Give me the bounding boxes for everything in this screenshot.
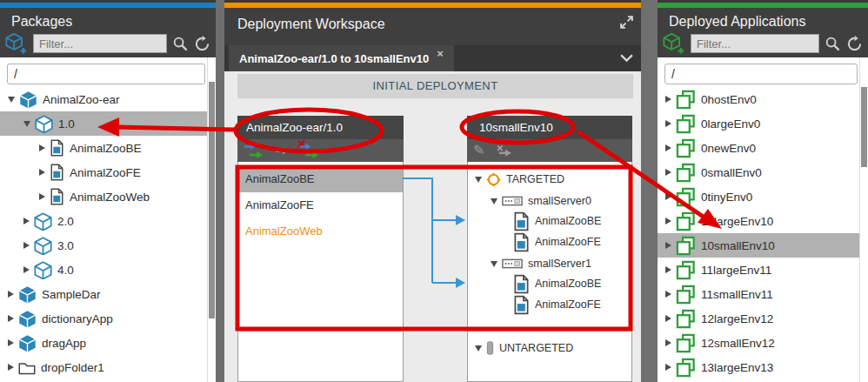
expander-right-icon[interactable]: [665, 266, 671, 273]
package-cube-outline-icon: [34, 237, 52, 255]
expander-right-icon[interactable]: [665, 169, 671, 176]
expander-right-icon[interactable]: [665, 120, 671, 127]
packages-scrollbar-thumb[interactable]: [209, 82, 215, 318]
expander-right-icon[interactable]: [665, 364, 671, 371]
target-item-smallserver0[interactable]: smallServer0: [491, 191, 591, 211]
env-item-label: 0smallEnv0: [701, 166, 762, 179]
tree-item-animalzoobe[interactable]: AnimalZooBE: [0, 136, 216, 160]
tree-item-version-1-0[interactable]: 1.0: [0, 111, 216, 136]
expander-right-icon[interactable]: [23, 242, 30, 249]
tree-item-animalzooweb[interactable]: AnimalZooWeb: [0, 184, 216, 209]
unmap-icon[interactable]: [495, 144, 513, 157]
tree-item-sampledar[interactable]: SampleDar: [0, 282, 215, 306]
expander-right-icon[interactable]: [39, 193, 45, 200]
tree-item-dropfolder1[interactable]: dropFolder1: [0, 355, 215, 379]
expander-right-icon[interactable]: [665, 315, 671, 322]
environment-icon: [676, 236, 696, 256]
tab-deployment[interactable]: AnimalZoo-ear/1.0 to 10smallEnv10 ×: [229, 45, 454, 71]
folder-icon: [18, 360, 36, 375]
deployed-applications-panel: Deployed Applications 0hostEnv0 0largeEn…: [658, 0, 868, 382]
target-group-targeted[interactable]: TARGETED: [475, 169, 564, 190]
expander-right-icon[interactable]: [665, 291, 671, 298]
tree-item-animalzoofe[interactable]: AnimalZooFE: [0, 160, 216, 184]
tree-item-dictionaryapp[interactable]: dictionaryApp: [0, 306, 215, 331]
source-item-animalzooweb[interactable]: AnimalZooWeb: [238, 218, 403, 245]
tree-item-version-4-0[interactable]: 4.0: [0, 258, 216, 282]
packages-filter-input[interactable]: [33, 34, 167, 53]
expander-right-icon[interactable]: [665, 218, 671, 225]
tree-item-animalzoo-ear[interactable]: AnimalZoo-ear: [0, 87, 215, 111]
search-icon[interactable]: [172, 36, 189, 52]
workspace-header: Deployment Workspace: [224, 8, 641, 45]
env-item-0smallenv0[interactable]: 0smallEnv0: [658, 160, 867, 184]
packages-content: AnimalZoo-ear 1.0 AnimalZooBE AnimalZooF…: [0, 57, 216, 382]
packages-scrollbar[interactable]: [207, 57, 216, 382]
expander-right-icon[interactable]: [665, 96, 671, 103]
env-item-10smallenv10[interactable]: 10smallEnv10: [658, 233, 867, 258]
expander-right-icon[interactable]: [8, 291, 14, 298]
expander-down-icon[interactable]: [491, 198, 497, 204]
initial-deployment-button[interactable]: INITIAL DEPLOYMENT: [237, 74, 633, 98]
deployed-filter-input[interactable]: [691, 34, 819, 53]
refresh-icon[interactable]: [846, 36, 863, 52]
expander-right-icon[interactable]: [665, 144, 671, 151]
expander-down-icon[interactable]: [23, 121, 30, 127]
chevron-down-icon[interactable]: [619, 53, 634, 63]
deploy-selected-icon[interactable]: [275, 146, 289, 156]
deployed-scrollbar-thumb[interactable]: [861, 87, 867, 167]
environment-icon: [676, 90, 696, 110]
target-item-animalzoofe-0[interactable]: AnimalZooFE: [513, 231, 601, 252]
expander-right-icon[interactable]: [665, 242, 671, 249]
env-item-0tinyenv0[interactable]: 0tinyEnv0: [658, 184, 867, 209]
expander-right-icon[interactable]: [23, 218, 30, 225]
expander-right-icon[interactable]: [39, 169, 45, 176]
env-item-0hostenv0[interactable]: 0hostEnv0: [658, 87, 867, 111]
tree-item-version-3-0[interactable]: 3.0: [0, 233, 216, 258]
env-item-0newenv0[interactable]: 0newEnv0: [658, 136, 867, 160]
env-item-11smallenv11[interactable]: 11smallEnv11: [658, 282, 867, 306]
expander-right-icon[interactable]: [665, 193, 671, 200]
deployed-scrollbar[interactable]: [859, 57, 868, 382]
tree-item-label: AnimalZooWeb: [70, 191, 150, 204]
deployed-breadcrumb-input[interactable]: [664, 64, 858, 84]
add-deployment-icon[interactable]: [663, 32, 685, 55]
expander-down-icon[interactable]: [491, 261, 497, 267]
expander-down-icon[interactable]: [475, 345, 482, 352]
env-item-13largeenv13[interactable]: 13largeEnv13: [658, 355, 867, 379]
expander-right-icon[interactable]: [8, 339, 14, 346]
target-item-label: AnimalZooFE: [535, 298, 601, 311]
expander-right-icon[interactable]: [8, 364, 14, 371]
close-tab-icon[interactable]: ×: [437, 48, 444, 59]
edit-icon[interactable]: ✎: [473, 144, 484, 157]
tree-item-version-2-0[interactable]: 2.0: [0, 209, 216, 233]
target-item-animalzoofe-1[interactable]: AnimalZooFE: [513, 294, 601, 315]
add-package-icon[interactable]: [5, 32, 28, 55]
source-item-animalzoofe[interactable]: AnimalZooFE: [238, 192, 403, 218]
expand-panel-icon[interactable]: [619, 15, 634, 30]
env-item-0largeenv0[interactable]: 0largeEnv0: [658, 111, 867, 136]
expander-down-icon[interactable]: [8, 97, 15, 103]
force-deploy-icon[interactable]: [299, 143, 320, 159]
env-item-10largeenv10[interactable]: 10largeEnv10: [658, 209, 867, 233]
target-item-smallserver1[interactable]: smallServer1: [491, 253, 591, 274]
package-cube-filled-icon: [18, 310, 37, 328]
target-item-animalzoobe-0[interactable]: AnimalZooBE: [513, 211, 601, 231]
refresh-icon[interactable]: [194, 36, 210, 52]
expander-down-icon[interactable]: [475, 177, 482, 183]
tree-item-dragapp[interactable]: dragApp: [0, 331, 215, 355]
expander-right-icon[interactable]: [39, 144, 45, 151]
packages-breadcrumb-input[interactable]: [7, 64, 205, 84]
expander-right-icon[interactable]: [23, 266, 30, 273]
env-item-12largeenv12[interactable]: 12largeEnv12: [658, 306, 867, 331]
deploy-all-icon[interactable]: [244, 143, 264, 159]
search-icon[interactable]: [825, 36, 841, 52]
env-item-11largeenv11[interactable]: 11largeEnv11: [658, 258, 867, 282]
target-item-animalzoobe-1[interactable]: AnimalZooBE: [513, 273, 601, 294]
env-item-12smallenv12[interactable]: 12smallEnv12: [658, 331, 867, 355]
target-group-untargeted[interactable]: UNTARGETED: [475, 338, 573, 359]
workspace-content: INITIAL DEPLOYMENT AnimalZoo-ear/1.0 Ani…: [224, 71, 641, 382]
source-item-animalzoobe[interactable]: AnimalZooBE: [238, 166, 403, 192]
expander-right-icon[interactable]: [665, 339, 671, 346]
expander-right-icon[interactable]: [8, 315, 14, 322]
target-column-toolbar: ✎: [467, 139, 632, 162]
